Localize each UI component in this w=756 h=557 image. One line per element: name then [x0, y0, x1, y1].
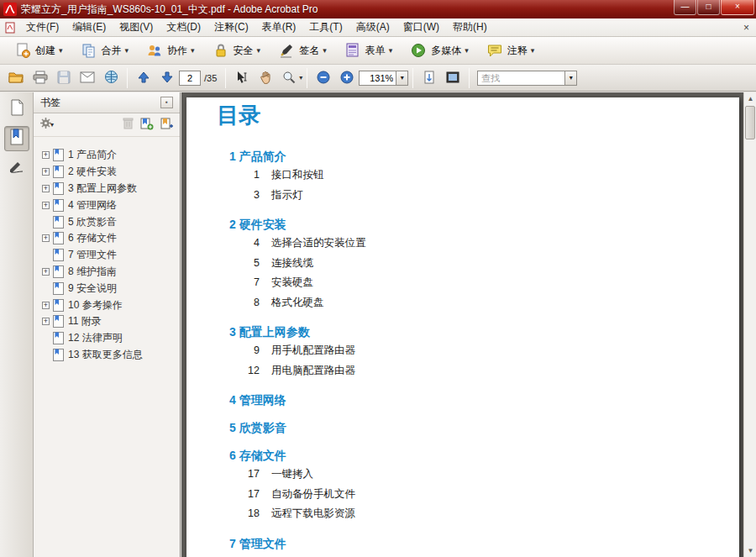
expand-plus-icon[interactable]: + — [42, 302, 50, 309]
search-input[interactable] — [477, 71, 564, 86]
forms-button[interactable]: 表单 ▾ — [337, 39, 401, 62]
collaborate-button[interactable]: 协作 ▾ — [139, 39, 202, 62]
window-title: 荣耀立方_用户指南_WS860s-10_01_中文.pdf - Adobe Ac… — [21, 3, 673, 17]
scroll-up-icon[interactable]: ▲ — [744, 92, 756, 105]
expand-plus-icon[interactable]: + — [42, 202, 50, 209]
zoom-dropdown-button[interactable]: ▾ — [396, 71, 408, 86]
bookmark-item[interactable]: + 11 附录 — [34, 313, 180, 330]
save-button[interactable] — [53, 67, 75, 88]
zoom-level-input[interactable] — [359, 71, 396, 86]
toc-section-title[interactable]: 6 存储文件 — [217, 447, 739, 464]
expand-plus-icon[interactable]: + — [42, 151, 50, 159]
bookmark-item[interactable]: + 13 获取更多信息 — [34, 347, 180, 364]
toc-entry[interactable]: 17 一键拷入 — [217, 465, 739, 485]
toolbar-separator — [127, 68, 128, 88]
hand-tool-button[interactable] — [255, 67, 276, 88]
web-capture-button[interactable] — [100, 67, 122, 88]
toc-entry[interactable]: 8 格式化硬盘 — [217, 293, 739, 313]
expand-plus-icon[interactable]: + — [42, 234, 50, 242]
delete-bookmark-button[interactable] — [123, 117, 134, 133]
menu-item[interactable]: 帮助(H) — [446, 18, 494, 37]
expand-plus-icon[interactable]: + — [42, 318, 50, 325]
bookmarks-toolbar: ▾ — [34, 113, 180, 137]
toc-entry[interactable]: 3 指示灯 — [217, 186, 739, 206]
menu-item[interactable]: 视图(V) — [113, 18, 160, 37]
zoom-out-button[interactable] — [312, 67, 334, 88]
expand-plus-icon[interactable]: + — [42, 168, 50, 176]
bookmarks-panel-button[interactable] — [4, 126, 29, 151]
bookmark-item[interactable]: + 10 参考操作 — [34, 297, 180, 313]
scroll-down-icon[interactable]: ▼ — [744, 544, 756, 557]
menu-item[interactable]: 窗口(W) — [396, 18, 446, 37]
maximize-button[interactable]: □ — [697, 0, 720, 15]
toc-section-title[interactable]: 2 硬件安装 — [217, 216, 739, 233]
toc-section-title[interactable]: 7 管理文件 — [217, 535, 739, 552]
close-document-icon[interactable]: × — [743, 22, 749, 34]
zoom-in-button[interactable] — [336, 67, 358, 88]
menu-item[interactable]: 文件(F) — [19, 18, 66, 37]
menu-item[interactable]: 注释(C) — [207, 18, 255, 37]
bookmark-item[interactable]: + 9 安全说明 — [34, 280, 180, 297]
scrolling-mode-button[interactable] — [418, 67, 440, 88]
menu-item[interactable]: 文档(D) — [160, 18, 207, 37]
menu-item[interactable]: 工具(T) — [302, 18, 349, 37]
toc-entry[interactable]: 1 接口和按钮 — [217, 166, 739, 186]
expand-plus-icon[interactable]: + — [42, 268, 50, 276]
bookmark-item[interactable]: + 4 管理网络 — [34, 197, 180, 213]
toc-entry[interactable]: 5 连接线缆 — [217, 254, 739, 274]
sign-button[interactable]: 签名 ▾ — [270, 39, 334, 62]
toc-section-title[interactable]: 1 产品简介 — [217, 148, 739, 165]
open-file-button[interactable] — [6, 67, 28, 88]
next-page-button[interactable] — [156, 67, 178, 88]
expand-plus-icon[interactable]: + — [42, 185, 50, 192]
toc-entry[interactable]: 12 用电脑配置路由器 — [217, 361, 739, 381]
bookmark-item[interactable]: + 1 产品简介 — [34, 147, 180, 164]
pages-panel-button[interactable] — [4, 97, 29, 122]
bookmark-item[interactable]: + 7 管理文件 — [34, 247, 180, 264]
multimedia-button[interactable]: 多媒体 ▾ — [402, 39, 476, 62]
create-button[interactable]: 创建 ▾ — [7, 39, 71, 62]
page-number-input[interactable] — [179, 71, 201, 86]
menu-item[interactable]: 表单(R) — [255, 18, 303, 37]
menu-item[interactable]: 高级(A) — [349, 18, 396, 37]
bookmark-item[interactable]: + 8 维护指南 — [34, 264, 180, 281]
bookmark-item[interactable]: + 5 欣赏影音 — [34, 213, 180, 230]
bookmark-item[interactable]: + 2 硬件安装 — [34, 164, 180, 181]
toc-section-title[interactable]: 3 配置上网参数 — [217, 323, 739, 340]
print-button[interactable] — [29, 67, 51, 88]
select-tool-button[interactable] — [231, 67, 253, 88]
toc-entry[interactable]: 7 安装硬盘 — [217, 273, 739, 293]
scrollbar-thumb[interactable] — [745, 106, 755, 139]
page-up-arrow-icon — [138, 71, 150, 85]
window-controls: — □ × — [673, 0, 754, 18]
vertical-scrollbar[interactable]: ▲ ▼ — [743, 92, 756, 557]
toc-entry[interactable]: 17 自动备份手机文件 — [217, 485, 739, 505]
full-screen-button[interactable] — [442, 67, 464, 88]
bookmark-item[interactable]: + 12 法律声明 — [34, 330, 180, 347]
toc-entry[interactable]: 4 选择合适的安装位置 — [217, 234, 739, 254]
chevron-down-icon[interactable]: ▾ — [299, 74, 302, 81]
bookmark-item[interactable]: + 3 配置上网参数 — [34, 181, 180, 197]
toc-entry[interactable]: 9 用手机配置路由器 — [217, 341, 739, 361]
previous-page-button[interactable] — [133, 67, 155, 88]
signatures-panel-button[interactable] — [4, 155, 29, 181]
zoom-marquee-button[interactable] — [278, 67, 300, 88]
email-button[interactable] — [76, 67, 98, 88]
panel-menu-icon[interactable]: ▪ — [160, 97, 173, 108]
close-button[interactable]: × — [721, 0, 754, 15]
minimize-button[interactable]: — — [674, 0, 696, 15]
menu-item[interactable]: 编辑(E) — [66, 18, 113, 37]
toc-entry[interactable]: 18 远程下载电影资源 — [217, 504, 739, 524]
toc-section-title[interactable]: 5 欣赏影音 — [217, 419, 739, 436]
secure-button[interactable]: 安全 ▾ — [205, 39, 269, 62]
bookmark-options-button[interactable]: ▾ — [39, 117, 54, 133]
combine-button[interactable]: 合并 ▾ — [73, 39, 137, 62]
new-bookmark-button[interactable] — [140, 117, 154, 134]
comment-button[interactable]: 注释 ▾ — [479, 39, 543, 62]
chevron-down-icon: ▾ — [191, 46, 195, 55]
search-dropdown-button[interactable]: ▾ — [564, 71, 577, 86]
toc-section-title[interactable]: 4 管理网络 — [217, 391, 739, 408]
bookmark-item[interactable]: + 6 存储文件 — [34, 230, 180, 247]
expand-bookmark-button[interactable] — [160, 117, 174, 134]
toc-entry-page: 12 — [229, 361, 271, 381]
